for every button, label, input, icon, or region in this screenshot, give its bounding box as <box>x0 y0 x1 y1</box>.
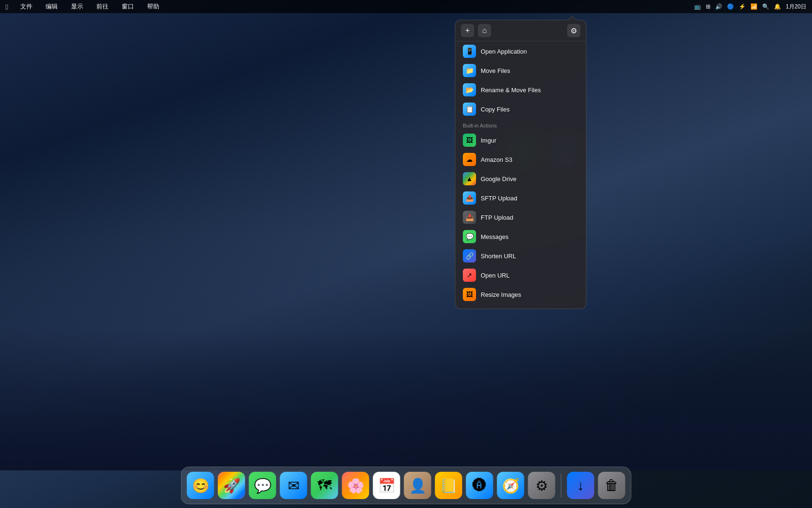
dock: 😊🚀💬✉🗺🌸📅👤📒🅐🧭⚙↓🗑 <box>181 467 632 504</box>
action-item-move-files[interactable]: 📁 Move Files <box>457 61 584 80</box>
action-panel: + ⌂ ⚙ 📱 Open Application 📁 Move Files 📂 … <box>455 20 586 309</box>
menubar-left:  文件 编辑 显示 前往 窗口 帮助 <box>6 1 162 12</box>
dock-icon-launchpad[interactable]: 🚀 <box>218 472 245 499</box>
desktop:  文件 编辑 显示 前往 窗口 帮助 📺 ⊞ 🔊 🔵 ⚡ 📶 🔍 🔔 1月20… <box>0 0 812 508</box>
action-icon-messages: 💬 <box>463 230 476 243</box>
action-icon-imgur: 🖼 <box>463 134 476 147</box>
action-list: 📱 Open Application 📁 Move Files 📂 Rename… <box>455 41 586 305</box>
action-icon-shorten-url: 🔗 <box>463 249 476 262</box>
action-label-shorten-url: Shorten URL <box>481 253 516 260</box>
action-label-open-url: Open URL <box>481 272 509 279</box>
settings-button[interactable]: ⚙ <box>567 24 580 37</box>
dock-icon-safari[interactable]: 🧭 <box>497 472 524 499</box>
action-icon-open-url: ↗ <box>463 269 476 282</box>
menu-view[interactable]: 显示 <box>68 1 86 12</box>
dock-icon-photos[interactable]: 🌸 <box>342 472 369 499</box>
dock-icon-settings[interactable]: ⚙ <box>528 472 555 499</box>
menubar-wifi-icon: 📶 <box>750 3 757 10</box>
dock-icon-notes[interactable]: 📒 <box>435 472 462 499</box>
action-item-resize-images[interactable]: 🖼 Resize Images <box>457 285 584 304</box>
action-label-open-application: Open Application <box>481 48 527 55</box>
menubar:  文件 编辑 显示 前往 窗口 帮助 📺 ⊞ 🔊 🔵 ⚡ 📶 🔍 🔔 1月20… <box>0 0 812 13</box>
action-item-imgur[interactable]: 🖼 Imgur <box>457 131 584 150</box>
menubar-right: 📺 ⊞ 🔊 🔵 ⚡ 📶 🔍 🔔 1月20日 <box>694 3 806 11</box>
dock-icon-contacts[interactable]: 👤 <box>404 472 431 499</box>
dock-icon-messages[interactable]: 💬 <box>249 472 276 499</box>
action-icon-amazon-s3: ☁ <box>463 153 476 166</box>
menu-window[interactable]: 窗口 <box>119 1 137 12</box>
menu-file[interactable]: 文件 <box>17 1 35 12</box>
dock-icon-trash[interactable]: 🗑 <box>598 472 625 499</box>
nav-home-button[interactable]: ⌂ <box>478 24 491 37</box>
dock-separator <box>561 474 562 497</box>
action-label-ftp-upload: FTP Upload <box>481 214 513 221</box>
menubar-grid-icon: ⊞ <box>706 3 710 10</box>
action-item-run-shortcut[interactable]: ⚡ Run Shortcut <box>457 304 584 305</box>
action-icon-copy-files: 📋 <box>463 103 476 116</box>
dock-icon-blue-app[interactable]: ↓ <box>567 472 594 499</box>
action-item-rename-move-files[interactable]: 📂 Rename & Move Files <box>457 80 584 99</box>
action-icon-google-drive: ▲ <box>463 172 476 185</box>
menubar-bluetooth-icon: 🔵 <box>727 3 734 10</box>
panel-caret <box>567 16 577 20</box>
menu-help[interactable]: 帮助 <box>144 1 162 12</box>
action-item-messages[interactable]: 💬 Messages <box>457 227 584 246</box>
action-label-messages: Messages <box>481 233 508 240</box>
action-label-amazon-s3: Amazon S3 <box>481 156 512 163</box>
dock-icons: 😊🚀💬✉🗺🌸📅👤📒🅐🧭⚙↓🗑 <box>187 472 625 499</box>
action-icon-ftp-upload: 📤 <box>463 211 476 224</box>
action-label-google-drive: Google Drive <box>481 175 516 183</box>
action-item-amazon-s3[interactable]: ☁ Amazon S3 <box>457 150 584 169</box>
action-label-rename-move-files: Rename & Move Files <box>481 87 541 94</box>
dock-icon-calendar[interactable]: 📅 <box>373 472 400 499</box>
action-label-resize-images: Resize Images <box>481 291 521 298</box>
menubar-lightning-icon: ⚡ <box>739 3 746 10</box>
action-label-move-files: Move Files <box>481 67 510 74</box>
action-item-copy-files[interactable]: 📋 Copy Files <box>457 100 584 119</box>
action-label-imgur: Imgur <box>481 137 496 144</box>
action-item-shorten-url[interactable]: 🔗 Shorten URL <box>457 246 584 265</box>
action-icon-sftp-upload: 📤 <box>463 191 476 205</box>
dock-icon-maps[interactable]: 🗺 <box>311 472 338 499</box>
action-icon-rename-move-files: 📂 <box>463 83 476 96</box>
builtin-actions-section: 🖼 Imgur ☁ Amazon S3 ▲ Google Drive 📤 SFT… <box>455 131 586 305</box>
action-icon-move-files: 📁 <box>463 64 476 77</box>
menubar-monitor-icon: 📺 <box>694 3 701 10</box>
action-item-open-application[interactable]: 📱 Open Application <box>457 42 584 61</box>
dock-icon-appstore[interactable]: 🅐 <box>466 472 493 499</box>
action-item-ftp-upload[interactable]: 📤 FTP Upload <box>457 208 584 227</box>
menu-go[interactable]: 前往 <box>94 1 111 12</box>
menu-edit[interactable]: 编辑 <box>43 1 61 12</box>
action-item-sftp-upload[interactable]: 📤 SFTP Upload <box>457 189 584 207</box>
menubar-search-icon[interactable]: 🔍 <box>762 3 769 10</box>
action-label-sftp-upload: SFTP Upload <box>481 195 517 202</box>
action-label-copy-files: Copy Files <box>481 106 509 113</box>
panel-header: + ⌂ ⚙ <box>455 20 586 41</box>
menubar-notification-icon: 🔔 <box>774 3 781 10</box>
apple-menu[interactable]:  <box>6 3 8 11</box>
menubar-volume-icon: 🔊 <box>715 3 722 10</box>
dock-icon-mail[interactable]: ✉ <box>280 472 307 499</box>
dock-icon-finder[interactable]: 😊 <box>187 472 214 499</box>
action-icon-resize-images: 🖼 <box>463 288 476 301</box>
action-item-google-drive[interactable]: ▲ Google Drive <box>457 169 584 188</box>
menubar-datetime: 1月20日 <box>786 3 806 11</box>
action-item-open-url[interactable]: ↗ Open URL <box>457 266 584 285</box>
action-icon-open-application: 📱 <box>463 45 476 58</box>
section-header-builtin: Built-in Actions <box>455 119 586 130</box>
quick-actions-section: 📱 Open Application 📁 Move Files 📂 Rename… <box>455 42 586 119</box>
add-action-button[interactable]: + <box>461 24 474 37</box>
